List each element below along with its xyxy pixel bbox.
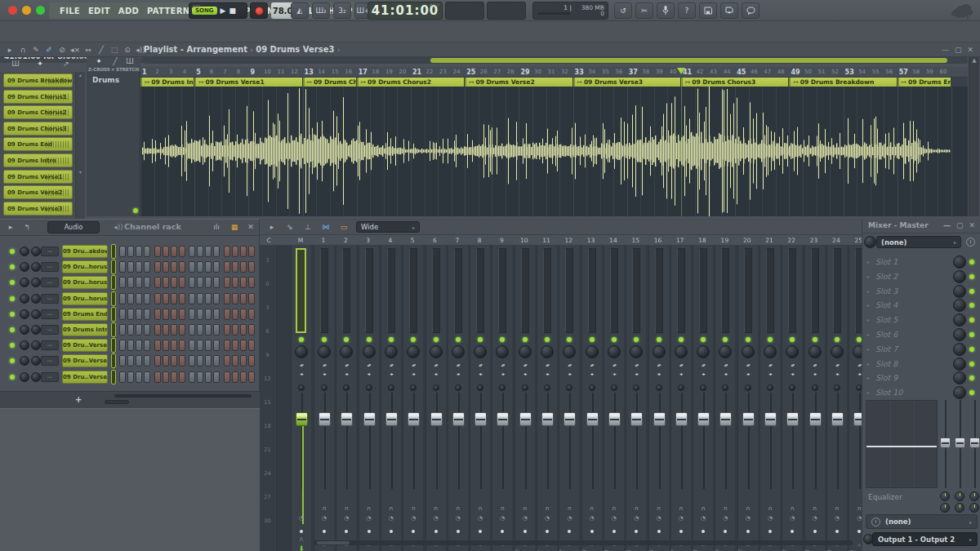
volume-fader[interactable]: [675, 412, 688, 426]
mixer-hscroll-track[interactable]: [314, 540, 853, 545]
stereo-sep-icon[interactable]: ▴▾: [827, 362, 847, 367]
pan-arrows-icon[interactable]: ◂▸: [760, 371, 780, 376]
step-cell[interactable]: [205, 355, 212, 367]
channel-target-display[interactable]: —: [41, 309, 59, 319]
record-arm-icon[interactable]: ◔: [782, 515, 802, 522]
mixer-strip[interactable]: Insert 21▴▾◂▸∩◔▴: [760, 246, 780, 551]
record-arm-icon[interactable]: ◔: [492, 515, 512, 522]
effect-slot[interactable]: ▸Slot 7: [866, 342, 978, 357]
stereo-sep-icon[interactable]: ▴▾: [492, 362, 512, 367]
slot-arrow-icon[interactable]: ▸: [867, 361, 870, 367]
output-monitor-left[interactable]: [445, 2, 484, 20]
strip-stereo-knob[interactable]: [410, 384, 416, 391]
step-cell[interactable]: [144, 309, 150, 320]
record-arm-icon[interactable]: ◔: [738, 515, 758, 522]
step-cell[interactable]: [248, 293, 255, 304]
strip-stereo-knob[interactable]: [566, 384, 572, 391]
strip-pan-knob[interactable]: [318, 345, 331, 358]
channel-button[interactable]: 09 Dru..Verse3: [62, 371, 108, 384]
headphone-icon[interactable]: ∩: [827, 505, 847, 512]
mixer-arm-icon[interactable]: ⊥: [302, 223, 314, 231]
magnet-snap-icon[interactable]: ∩: [17, 46, 29, 54]
feedback-icon[interactable]: [742, 2, 760, 19]
step-cell[interactable]: [224, 309, 230, 320]
strip-enable-led[interactable]: [701, 337, 706, 342]
effect-slot[interactable]: ▸Slot 8: [866, 357, 978, 371]
slot-arrow-icon[interactable]: ▸: [867, 331, 870, 337]
clip-list-item[interactable]: 09 Drums Verse2: [3, 185, 73, 199]
stereo-sep-icon[interactable]: ▴▾: [292, 362, 311, 367]
volume-fader[interactable]: [452, 412, 465, 426]
step-cell[interactable]: [232, 371, 238, 383]
channel-volume-knob[interactable]: [31, 356, 41, 366]
col-insert-2[interactable]: 2: [344, 237, 348, 244]
strip-pan-knob[interactable]: [808, 345, 822, 358]
step-cell[interactable]: [119, 293, 126, 304]
col-insert-25[interactable]: 25: [854, 237, 862, 244]
volume-fader[interactable]: [341, 412, 353, 426]
channel-zone-indicator[interactable]: [111, 338, 116, 353]
headphone-icon[interactable]: ∩: [448, 505, 468, 512]
arrangement-clip[interactable]: ↦09 Drums Chorus2: [357, 78, 464, 87]
col-insert-22[interactable]: 22: [788, 237, 796, 244]
headphone-icon[interactable]: ∩: [492, 505, 512, 512]
arrangement-clip[interactable]: ↦09 Drums End: [898, 78, 951, 87]
pan-arrows-icon[interactable]: ◂▸: [403, 371, 423, 376]
slot-enable-led[interactable]: [969, 347, 974, 352]
mixer-strip[interactable]: Insert 22▴▾◂▸∩◔▴: [782, 246, 802, 551]
step-cell[interactable]: [171, 277, 177, 288]
mixer-link-icon[interactable]: ⋈: [320, 223, 332, 231]
step-cell[interactable]: [197, 340, 203, 351]
pan-arrows-icon[interactable]: ◂▸: [738, 371, 758, 376]
step-cell[interactable]: [136, 309, 142, 320]
slot-enable-led[interactable]: [969, 274, 974, 279]
stereo-sep-icon[interactable]: ▴▾: [693, 362, 713, 367]
strip-enable-led[interactable]: [634, 337, 639, 342]
step-cell[interactable]: [248, 261, 255, 273]
step-cell[interactable]: [163, 261, 169, 273]
pan-arrows-icon[interactable]: ◂▸: [426, 371, 446, 376]
step-cell[interactable]: [154, 324, 161, 335]
strip-enable-led[interactable]: [746, 337, 751, 342]
step-cell[interactable]: [205, 261, 212, 273]
pencil-mode-icon[interactable]: ╱: [109, 57, 121, 65]
headphone-icon[interactable]: ∩: [314, 505, 334, 512]
strip-enable-led[interactable]: [790, 337, 795, 342]
slot-mix-knob[interactable]: [953, 299, 966, 312]
col-insert-14[interactable]: 14: [609, 237, 617, 244]
clip-list-item[interactable]: 09 Drums Chorus2: [3, 105, 73, 119]
strip-pan-knob[interactable]: [786, 345, 799, 358]
step-cell[interactable]: [232, 355, 238, 367]
mixer-strip[interactable]: Insert 17▴▾◂▸∩◔▴: [670, 246, 691, 551]
volume-fader[interactable]: [408, 412, 420, 426]
channel-volume-knob[interactable]: [31, 262, 41, 272]
channel-zone-indicator[interactable]: [111, 291, 116, 306]
channel-enable-led[interactable]: [10, 327, 15, 332]
headphone-icon[interactable]: ∩: [426, 505, 446, 512]
strip-stereo-knob[interactable]: [700, 384, 706, 391]
delete-tool-icon[interactable]: ⊘: [56, 46, 68, 54]
pan-arrows-icon[interactable]: ◂▸: [314, 371, 334, 376]
volume-fader[interactable]: [363, 412, 376, 426]
slot-enable-led[interactable]: [969, 303, 974, 308]
channel-button[interactable]: 09 Dru..Verse1: [62, 339, 108, 352]
record-arm-icon[interactable]: ◔: [426, 515, 446, 522]
strip-dot-led[interactable]: [635, 530, 638, 533]
channel-enable-led[interactable]: [10, 280, 15, 285]
time-display[interactable]: 41:01:00 B:S:T: [368, 2, 443, 20]
strip-dot-led[interactable]: [858, 530, 861, 533]
pan-arrows-icon[interactable]: ◂▸: [448, 371, 468, 376]
strip-enable-led[interactable]: [768, 337, 773, 342]
close-traffic-light[interactable]: [8, 6, 17, 15]
col-insert-20[interactable]: 20: [743, 237, 751, 244]
headphone-icon[interactable]: ∩: [693, 505, 713, 512]
step-cell[interactable]: [224, 355, 230, 367]
pan-arrows-icon[interactable]: ◂▸: [292, 371, 311, 376]
strip-pan-knob[interactable]: [563, 345, 576, 358]
slice-tool-icon[interactable]: ╱: [96, 46, 107, 54]
record-arm-icon[interactable]: ◔: [827, 515, 847, 522]
volume-fader[interactable]: [809, 412, 822, 426]
playlist-maximize-icon[interactable]: ▢: [955, 46, 962, 54]
step-cell[interactable]: [144, 355, 150, 367]
pan-arrows-icon[interactable]: ◂▸: [515, 371, 535, 376]
